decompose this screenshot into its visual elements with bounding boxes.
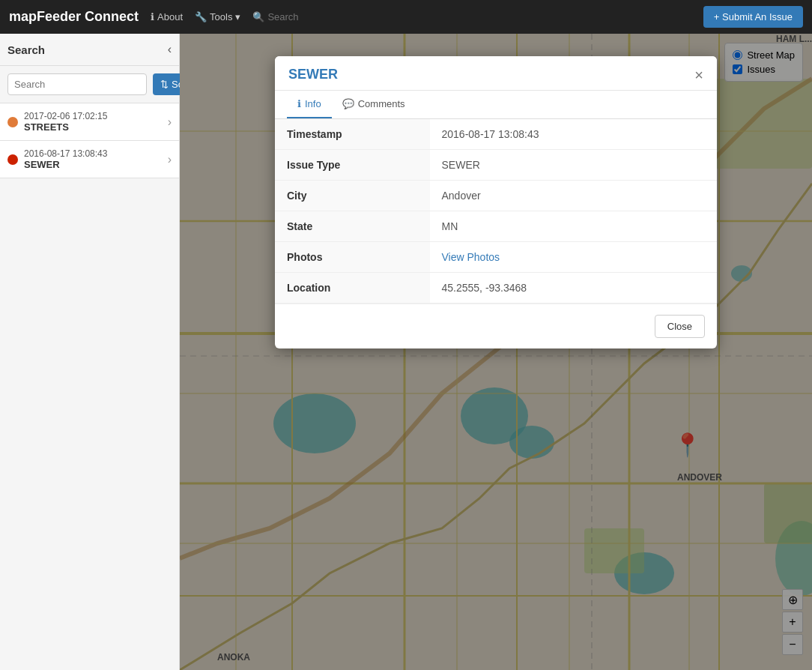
item-date: 2016-08-17 13:08:43 [24, 148, 168, 159]
table-row: State MN [275, 211, 717, 242]
search-input[interactable] [7, 73, 147, 95]
info-table: Timestamp 2016-08-17 13:08:43 Issue Type… [275, 119, 717, 304]
modal-footer: Close [275, 304, 717, 348]
tools-icon: 🔧 [195, 11, 207, 22]
item-icon-orange [7, 117, 18, 127]
main-layout: Search ‹ ⇅ Sort 2017-02-06 17:02:15 STRE… [0, 34, 812, 670]
list-item[interactable]: 2016-08-17 13:08:43 SEWER › [0, 141, 179, 178]
modal-title: SEWER [288, 67, 338, 82]
table-row: Issue Type SEWER [275, 150, 717, 181]
sidebar-title: Search [7, 43, 45, 56]
info-tab-icon: ℹ [297, 98, 301, 109]
item-content: 2016-08-17 13:08:43 SEWER [24, 148, 168, 170]
field-label: Photos [275, 242, 430, 273]
sidebar-collapse-button[interactable]: ‹ [168, 43, 172, 56]
tab-info[interactable]: ℹ Info [287, 91, 332, 118]
chevron-right-icon: › [168, 153, 172, 166]
modal-body: Timestamp 2016-08-17 13:08:43 Issue Type… [275, 119, 717, 304]
submit-issue-button[interactable]: + Submit An Issue [703, 6, 803, 28]
close-button[interactable]: Close [655, 315, 705, 338]
modal-dialog: SEWER × ℹ Info 💬 Comments [275, 56, 717, 348]
sidebar-controls: ⇅ Sort [0, 66, 179, 103]
field-value: SEWER [430, 150, 718, 181]
item-date: 2017-02-06 17:02:15 [24, 111, 168, 121]
navbar-brand[interactable]: mapFeeder Connect [9, 9, 139, 25]
tab-comments[interactable]: 💬 Comments [332, 91, 416, 118]
chevron-right-icon: › [168, 115, 172, 129]
info-icon: ℹ [151, 11, 154, 22]
map-area[interactable]: ANDOVER ANOKA HAM L... 📍 Street Map Issu… [180, 34, 812, 670]
sidebar-list: 2017-02-06 17:02:15 STREETS › 2016-08-17… [0, 103, 179, 670]
sort-icon: ⇅ [160, 79, 169, 90]
field-value: 45.2555, -93.3468 [430, 273, 718, 304]
field-value: 2016-08-17 13:08:43 [430, 119, 718, 150]
navbar-tools-link[interactable]: 🔧 Tools ▾ [195, 11, 240, 22]
field-label: State [275, 211, 430, 242]
field-value: MN [430, 211, 718, 242]
sidebar-header: Search ‹ [0, 34, 179, 66]
modal-header: SEWER × [275, 56, 717, 91]
item-type: STREETS [24, 121, 168, 133]
navbar: mapFeeder Connect ℹ About 🔧 Tools ▾ 🔍 + … [0, 0, 812, 34]
navbar-about-link[interactable]: ℹ About [151, 11, 183, 22]
item-icon-red [7, 154, 18, 165]
table-row: Timestamp 2016-08-17 13:08:43 [275, 119, 717, 150]
table-row: Location 45.2555, -93.3468 [275, 273, 717, 304]
navbar-search-input[interactable] [267, 11, 327, 22]
field-label: Issue Type [275, 150, 430, 181]
item-type: SEWER [24, 159, 168, 170]
sidebar: Search ‹ ⇅ Sort 2017-02-06 17:02:15 STRE… [0, 34, 180, 670]
chevron-down-icon: ▾ [235, 11, 240, 22]
item-content: 2017-02-06 17:02:15 STREETS [24, 111, 168, 133]
comments-tab-icon: 💬 [342, 98, 354, 109]
modal-overlay: SEWER × ℹ Info 💬 Comments [180, 34, 812, 670]
search-icon: 🔍 [252, 11, 264, 22]
navbar-search: 🔍 [252, 11, 327, 22]
table-row: City Andover [275, 181, 717, 211]
field-label: City [275, 181, 430, 211]
view-photos-link[interactable]: View Photos [442, 251, 500, 263]
info-tab-label: Info [305, 98, 321, 109]
field-value-photos: View Photos [430, 242, 718, 273]
table-row: Photos View Photos [275, 242, 717, 273]
modal-close-button[interactable]: × [694, 67, 703, 82]
field-value: Andover [430, 181, 718, 211]
list-item[interactable]: 2017-02-06 17:02:15 STREETS › [0, 103, 179, 141]
comments-tab-label: Comments [358, 98, 405, 109]
field-label: Location [275, 273, 430, 304]
modal-tabs: ℹ Info 💬 Comments [275, 91, 717, 119]
field-label: Timestamp [275, 119, 430, 150]
